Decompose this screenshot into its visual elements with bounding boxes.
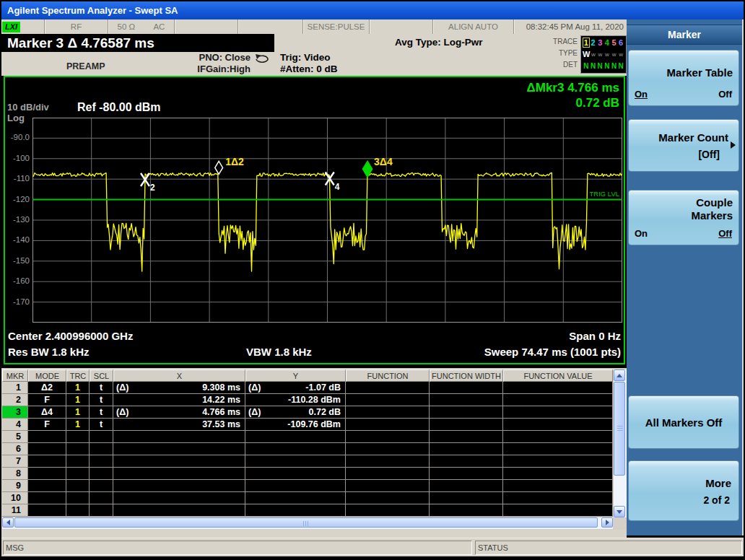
scroll-up-button[interactable]: [614, 369, 625, 381]
x-value-cell: [113, 480, 245, 492]
plot-container: TRIG LVL1Δ223Δ44: [32, 118, 622, 323]
function-cell: [346, 480, 430, 492]
function-cell: [346, 504, 430, 517]
function-cell: [430, 480, 503, 492]
y-tick-label: -170: [5, 297, 30, 306]
svg-text:3Δ4: 3Δ4: [374, 156, 393, 167]
function-cell: [430, 504, 503, 517]
x-value-cell: (Δ)9.308 ms: [113, 382, 245, 394]
trace-plot: TRIG LVL1Δ223Δ44: [32, 118, 622, 323]
function-cell: [430, 419, 503, 431]
marker-table-row[interactable]: 11: [2, 504, 613, 517]
trace-detector: N: [617, 62, 624, 70]
all-markers-off-button[interactable]: All Markers Off: [628, 395, 739, 449]
y-value-cell: (Δ)0.72 dB: [245, 406, 346, 419]
bottom-frame-strip: [1, 530, 627, 538]
marker-table-row[interactable]: 5: [2, 431, 613, 443]
scroll-left-button[interactable]: [2, 517, 14, 528]
function-cell: [503, 443, 613, 455]
couple-markers-button[interactable]: Couple Markers On Off: [628, 190, 739, 245]
atten-label: #Atten: 0 dB: [280, 64, 338, 74]
horizontal-scrollbar[interactable]: [2, 517, 613, 529]
all-markers-off-label: All Markers Off: [629, 416, 739, 429]
x-value-cell: [113, 455, 245, 468]
trace-label: TRACE: [553, 38, 578, 45]
function-cell: [346, 394, 430, 406]
window-title: Agilent Spectrum Analyzer - Swept SA: [7, 5, 178, 16]
scroll-down-button[interactable]: [614, 506, 625, 517]
function-cell: [503, 492, 613, 504]
trace-numbers: 123456: [583, 37, 624, 48]
scale-cell: t: [90, 419, 113, 431]
x-value-cell: [113, 468, 245, 480]
marker-number-cell: 9: [2, 480, 28, 492]
function-cell: [503, 455, 613, 468]
vertical-scrollbar[interactable]: [614, 369, 627, 517]
y-value-cell: [245, 455, 346, 468]
y-value-cell: -109.76 dBm: [245, 419, 346, 431]
preamp-label: PREAMP: [66, 61, 105, 71]
marker-readout: Marker 3 Δ 4.76587 ms: [7, 35, 154, 51]
status-label: STATUS: [478, 543, 508, 552]
marker-table-rows: 1Δ21t(Δ)9.308 ms(Δ)-1.07 dB2F1t14.22 ms-…: [2, 382, 613, 517]
delta-marker-level: 0.72 dB: [527, 95, 619, 110]
delta-marker-time: ΔMkr3 4.766 ms: [527, 80, 619, 95]
trace-cell: [66, 468, 90, 480]
vertical-scroll-thumb[interactable]: [614, 382, 625, 476]
marker-table-row[interactable]: 4F1t37.53 ms-109.76 dBm: [2, 419, 613, 431]
status-strip: LXI RF 50 Ω AC SENSE:PULSE ALIGN AUTO 08…: [1, 19, 627, 34]
marker-count-button[interactable]: Marker Count [Off]: [628, 119, 739, 172]
marker-number-cell: 1: [2, 382, 28, 394]
trace-number: 1: [583, 38, 590, 48]
function-cell: [430, 455, 503, 468]
marker-table-row[interactable]: 3Δ41t(Δ)4.766 ms(Δ)0.72 dB: [2, 406, 613, 419]
y-value-cell: [245, 492, 346, 504]
trace-detector: N: [604, 62, 611, 70]
function-cell: [503, 480, 613, 492]
trace-cell: [66, 431, 90, 443]
marker-table-row[interactable]: 8: [2, 468, 613, 480]
y-value-cell: [245, 504, 346, 517]
scale-cell: [90, 443, 113, 455]
span-label: Span 0 Hz: [569, 330, 621, 342]
marker-table-row[interactable]: 6: [2, 443, 613, 455]
x-value-cell: [113, 431, 245, 443]
sense-label: SENSE:PULSE: [308, 22, 365, 31]
y-tick-label: -150: [5, 256, 30, 265]
arrow-right-icon: [606, 520, 609, 525]
trace-cell: [66, 443, 90, 455]
more-button[interactable]: More 2 of 2: [628, 460, 739, 521]
y-value: -110.28 dBm: [288, 395, 341, 405]
marker-table: MKRMODETRCSCLXYFUNCTIONFUNCTION WIDTHFUN…: [1, 368, 627, 530]
status-segment-rf: RF: [45, 19, 108, 34]
marker-table-row[interactable]: 2F1t14.22 ms-110.28 dBm: [2, 394, 613, 406]
marker-table-row[interactable]: 10: [2, 492, 613, 504]
y-tick-label: -110: [5, 174, 30, 183]
trace-cell: 1: [66, 419, 90, 431]
function-cell: [346, 382, 430, 394]
x-value: 4.766 ms: [202, 407, 240, 417]
function-cell: [503, 406, 613, 419]
status-segment-align: ALIGN AUTO: [433, 19, 514, 34]
function-cell: [503, 468, 613, 480]
scroll-right-button[interactable]: [601, 517, 613, 528]
x-value: 14.22 ms: [202, 395, 240, 405]
marker-count-button-label: Marker Count: [658, 131, 728, 144]
function-cell: [346, 406, 430, 419]
y-value: -1.07 dB: [305, 382, 341, 393]
horizontal-scroll-thumb[interactable]: [14, 517, 598, 528]
status-segment-datetime: 08:32:45 PM Aug 11, 2020: [514, 19, 627, 34]
marker-table-row[interactable]: 1Δ21t(Δ)9.308 ms(Δ)-1.07 dB: [2, 382, 613, 394]
more-page-indicator: 2 of 2: [703, 494, 730, 506]
arrow-left-icon: [6, 520, 10, 525]
trace-number: 5: [611, 38, 618, 47]
marker-number-cell: 8: [2, 468, 28, 480]
marker-table-button[interactable]: Marker Table On Off: [628, 50, 739, 106]
marker-table-row[interactable]: 9: [2, 480, 613, 492]
trigger-label: Trig: Video: [280, 52, 331, 63]
function-cell: [346, 431, 430, 443]
marker-table-row[interactable]: 7: [2, 455, 613, 468]
marker-2-glyph: 2: [141, 173, 155, 193]
y-tick-label: -90.0: [5, 133, 30, 141]
trace-type-glyph: w: [597, 51, 604, 58]
